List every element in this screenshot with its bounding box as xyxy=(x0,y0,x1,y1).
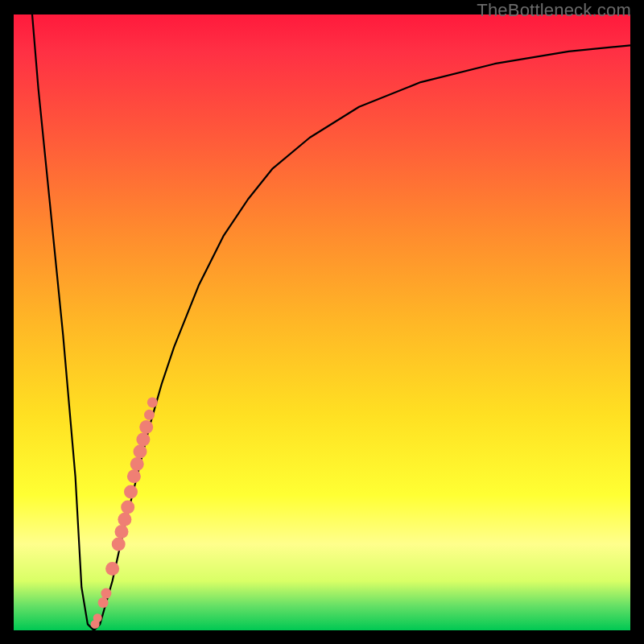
highlight-dot xyxy=(115,525,129,539)
highlight-dot xyxy=(144,410,155,420)
highlight-dot xyxy=(127,469,141,483)
highlight-dot xyxy=(105,562,119,576)
watermark-text: TheBottleneck.com xyxy=(477,0,631,21)
highlight-dot xyxy=(130,457,144,471)
highlight-dot xyxy=(101,588,111,599)
highlight-dot xyxy=(121,501,134,514)
highlight-dot xyxy=(124,485,138,498)
highlight-dot xyxy=(118,513,131,526)
chart-svg xyxy=(14,14,630,630)
highlight-dot xyxy=(98,597,109,608)
highlight-dot xyxy=(147,397,158,407)
highlight-dot xyxy=(93,613,102,622)
highlight-dot xyxy=(112,537,126,551)
highlight-dots xyxy=(91,397,158,629)
chart-frame: TheBottleneck.com xyxy=(0,0,644,644)
highlight-dot xyxy=(139,420,153,434)
highlight-dot xyxy=(134,445,147,459)
highlight-dot xyxy=(136,432,150,446)
